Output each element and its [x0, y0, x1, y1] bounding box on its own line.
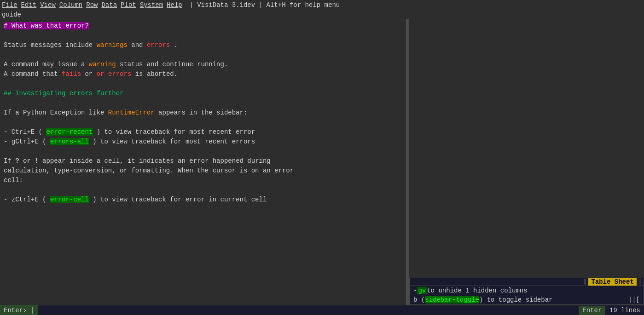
- bullet2-pre: - gCtrl+E (: [4, 138, 46, 145]
- app-name: VisiData 3.1dev: [197, 1, 255, 9]
- bullet3-line: - zCtrl+E ( error-cell ) to view traceba…: [4, 195, 403, 205]
- bullet3-post: ) to view traceback for error in current…: [93, 196, 267, 203]
- runtime-line: If a Python Exception like RuntimeError …: [4, 108, 403, 118]
- menu-system[interactable]: System: [140, 1, 163, 9]
- popup-gv-key: gv: [417, 287, 427, 294]
- para-exception-pre: If a Python Exception like: [4, 109, 108, 116]
- popup-line2-pre: b (: [413, 296, 425, 304]
- main-area: # What was that error? Status messages i…: [0, 19, 644, 314]
- enter-label: Enter: [579, 306, 605, 315]
- para-cell-pre: If: [4, 157, 15, 165]
- popup-title-bar: | Table Sheet |: [410, 278, 644, 286]
- menu-edit[interactable]: Edit: [21, 1, 37, 9]
- blank-line2: [4, 50, 403, 60]
- status-enter-box: Enter› |: [0, 305, 38, 315]
- bullet3-pre: - zCtrl+E (: [4, 196, 46, 203]
- para-exception-post: appears in the sidebar:: [158, 109, 247, 116]
- warning-word: warning: [89, 61, 116, 68]
- lines-label: 19 lines: [609, 307, 640, 314]
- para-cell-post: appear inside a cell, it indicates an er…: [42, 157, 271, 165]
- guide-label: guide: [2, 11, 21, 18]
- popup-end-marker: ||[: [628, 296, 640, 304]
- popup-border-left: |: [581, 279, 588, 285]
- errors-word: errors: [147, 41, 170, 49]
- menubar: File Edit View Column Row Data Plot Syst…: [0, 0, 644, 10]
- bullet1-post: ) to view traceback for most recent erro…: [97, 128, 255, 136]
- para1-pre: Status messages include: [4, 41, 97, 49]
- menu-help[interactable]: Help: [167, 1, 182, 9]
- para3-post: is aborted.: [135, 70, 178, 78]
- menu-separator2: |: [259, 1, 262, 9]
- period1: .: [174, 41, 178, 49]
- menu-column[interactable]: Column: [59, 1, 82, 9]
- popup-line1-post: to unhide 1 hidden columns: [427, 287, 527, 294]
- menu-view[interactable]: View: [40, 1, 56, 9]
- para-cell2: calculation, type-conversion, or formatt…: [4, 167, 294, 174]
- blank-line3: [4, 79, 403, 89]
- blank-line6: [4, 147, 403, 156]
- para3-pre: A command that: [4, 70, 62, 78]
- status-right: Enter 19 lines: [579, 307, 644, 314]
- popup-line1: - gv to unhide 1 hidden columns: [410, 286, 644, 295]
- bullet1-line: - Ctrl+E ( error-recent ) to view traceb…: [4, 127, 403, 137]
- errors2-text: errors: [108, 70, 131, 78]
- heading1-line: # What was that error?: [4, 21, 403, 31]
- popup-line2-post: ) to toggle sidebar: [479, 296, 553, 304]
- popup-line1-pre: -: [413, 287, 417, 294]
- right-panel: [409, 19, 644, 314]
- para2-pre: A command may issue a: [4, 61, 89, 68]
- blank-line5: [4, 118, 403, 127]
- content-pane: # What was that error? Status messages i…: [0, 19, 406, 314]
- errors2-word: or: [97, 70, 108, 78]
- para-cell3: cell:: [4, 177, 23, 184]
- bottom-popup: | Table Sheet | - gv to unhide 1 hidden …: [409, 278, 644, 305]
- popup-sidebar-toggle: sidebar-toggle: [425, 296, 479, 304]
- bullet2-line: - gCtrl+E ( errors-all ) to view traceba…: [4, 137, 403, 147]
- menu-data[interactable]: Data: [101, 1, 117, 9]
- bullet2-post: ) to view traceback for most recent erro…: [93, 138, 255, 145]
- status-messages-line: Status messages include warnings and err…: [4, 40, 403, 50]
- popup-title: Table Sheet: [588, 278, 636, 286]
- status-enter: Enter› |: [4, 307, 35, 314]
- and-word: and: [131, 41, 147, 49]
- para2-post: status and continue running.: [120, 61, 228, 68]
- heading2-line: ## Investigating errors further: [4, 89, 403, 98]
- blank-line4: [4, 98, 403, 108]
- bullet1-pre: - Ctrl+E (: [4, 128, 42, 136]
- warnings-word: warnings: [97, 41, 128, 49]
- q-mark: ?: [15, 157, 19, 165]
- cell-error-line2: calculation, type-conversion, or formatt…: [4, 166, 403, 176]
- fails-line: A command that fails or or errors is abo…: [4, 69, 403, 79]
- heading1-text: # What was that error?: [4, 22, 89, 29]
- popup-line2: b ( sidebar-toggle ) to toggle sidebar |…: [410, 295, 644, 304]
- para3-mid: or: [85, 70, 96, 78]
- menu-row[interactable]: Row: [86, 1, 98, 9]
- bullet1-cmd: error-recent: [46, 128, 93, 136]
- cell-error-line1: If ? or ! appear inside a cell, it indic…: [4, 156, 403, 166]
- blank-line7: [4, 185, 403, 195]
- help-hint: Alt+H for help menu: [267, 1, 340, 9]
- heading2-text: ## Investigating errors further: [4, 90, 123, 97]
- menu-plot[interactable]: Plot: [121, 1, 136, 9]
- menu-separator: |: [190, 1, 193, 9]
- bullet3-cmd: error-cell: [50, 196, 89, 203]
- or-text2: or: [23, 157, 35, 165]
- runtime-error-word: RuntimeError: [108, 109, 155, 116]
- guide-title: guide: [0, 10, 644, 19]
- warning-line: A command may issue a warning status and…: [4, 60, 403, 69]
- fails-word: fails: [62, 70, 81, 78]
- bullet2-cmd: errors-all: [50, 138, 89, 145]
- blank-line1: [4, 31, 403, 40]
- excl-mark: !: [35, 157, 38, 165]
- bottom-status-bar: Enter› | Enter 19 lines: [0, 305, 644, 315]
- menu-file[interactable]: File: [2, 1, 17, 9]
- cell-error-line3: cell:: [4, 176, 403, 185]
- popup-border-right: |: [637, 279, 644, 285]
